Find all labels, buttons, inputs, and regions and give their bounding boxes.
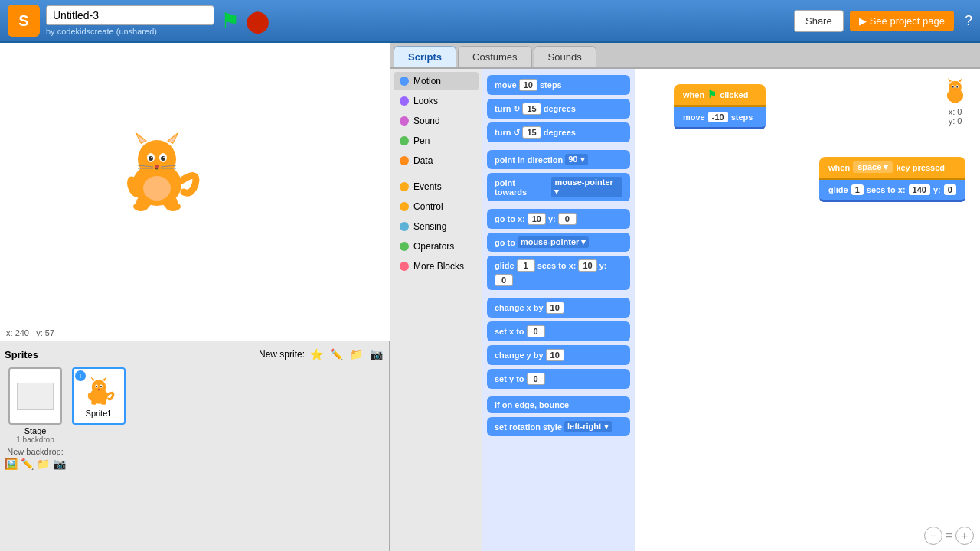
block-glide[interactable]: glide 1 secs to x: 10 y: 0 <box>487 256 630 290</box>
upload-sprite-button[interactable]: 📁 <box>348 346 364 363</box>
mini-cat-coords: x: 0 y: 0 <box>949 107 962 126</box>
svg-point-41 <box>952 86 954 88</box>
stage-canvas[interactable]: x: 240 y: 57 <box>0 43 390 341</box>
svg-point-1 <box>138 140 176 178</box>
space-key-dropdown[interactable]: space ▾ <box>853 161 893 173</box>
svg-marker-25 <box>90 377 95 381</box>
project-title-input[interactable] <box>46 5 214 25</box>
block-set-y[interactable]: set y to 0 <box>487 369 630 389</box>
sprites-header: Sprites New sprite: ⭐ ✏️ 📁 📷 <box>5 346 384 363</box>
block-change-x[interactable]: change x by 10 <box>487 298 630 318</box>
block-point-direction[interactable]: point in direction 90 ▾ <box>487 150 630 169</box>
tabs-bar: Scripts Costumes Sounds <box>390 43 980 69</box>
edit-backdrop-button[interactable]: ✏️ <box>21 458 34 470</box>
blocks-palette: move 10 steps turn ↻ 15 degrees turn ↺ 1… <box>482 69 635 551</box>
script-group-2: when space ▾ key pressed glide 1 secs to… <box>819 157 965 202</box>
block-turn-ccw[interactable]: turn ↺ 15 degrees <box>487 122 630 142</box>
new-sprite-area: New sprite: ⭐ ✏️ 📁 📷 <box>259 346 384 363</box>
svg-point-30 <box>100 385 102 386</box>
zoom-in-button[interactable]: + <box>956 527 974 545</box>
main-layout: x: 240 y: 57 Sprites New sprite: ⭐ ✏️ 📁 … <box>0 43 980 551</box>
block-change-y[interactable]: change y by 10 <box>487 345 630 365</box>
camera-backdrop-button[interactable]: 📷 <box>53 458 66 470</box>
move-block-canvas[interactable]: move -10 steps <box>674 107 766 129</box>
zoom-out-button[interactable]: − <box>924 527 942 545</box>
svg-point-9 <box>161 156 165 161</box>
logo-area: S <box>8 5 40 37</box>
sprite-info-badge[interactable]: i <box>75 370 86 381</box>
control-dot <box>400 202 409 211</box>
share-button[interactable]: Share <box>794 10 844 32</box>
category-sound[interactable]: Sounds Sound <box>394 112 479 130</box>
svg-marker-37 <box>948 78 952 82</box>
category-looks[interactable]: Looks <box>394 92 479 110</box>
svg-point-19 <box>133 202 149 211</box>
new-backdrop-label: New backdrop: <box>7 447 63 456</box>
svg-point-8 <box>149 156 153 161</box>
cat-sprite[interactable] <box>107 127 207 221</box>
edit-sprite-button[interactable]: ✏️ <box>328 346 345 363</box>
categories-panel: Motion Looks Sounds Sound Pen Data <box>390 69 482 551</box>
camera-sprite-button[interactable]: 📷 <box>368 346 384 363</box>
tab-costumes[interactable]: Costumes <box>458 46 532 67</box>
topbar: S by codekidscreate (unshared) ⚑ ⬤ Share… <box>0 0 980 43</box>
backdrop-count: 1 backdrop <box>16 435 54 444</box>
block-set-x[interactable]: set x to 0 <box>487 321 630 341</box>
stop-button[interactable]: ⬤ <box>246 8 270 34</box>
svg-point-24 <box>92 380 106 393</box>
zoom-controls: − = + <box>924 527 974 545</box>
svg-marker-38 <box>959 78 962 82</box>
svg-point-29 <box>96 385 97 386</box>
category-sensing[interactable]: Sensing <box>394 217 479 236</box>
block-goto-mouse[interactable]: go to mouse-pointer ▾ <box>487 233 630 252</box>
category-control[interactable]: Control <box>394 197 479 216</box>
zoom-divider: = <box>946 529 952 543</box>
sound-dot <box>400 116 409 126</box>
see-project-icon: ▶ <box>859 15 867 27</box>
svg-point-22 <box>143 176 171 201</box>
glide-block-canvas[interactable]: glide 1 secs to x: 140 y: 0 <box>819 180 965 202</box>
events-dot <box>400 182 409 191</box>
block-move[interactable]: move 10 steps <box>487 75 630 95</box>
svg-point-11 <box>163 157 165 158</box>
stage-coordinates: x: 240 y: 57 <box>6 328 54 337</box>
looks-dot <box>400 96 409 106</box>
operators-dot <box>400 242 409 251</box>
category-events[interactable]: Events <box>394 178 479 196</box>
block-point-towards[interactable]: point towards mouse-pointer ▾ <box>487 173 630 201</box>
help-icon[interactable]: ? <box>965 13 972 29</box>
scratch-logo: S <box>8 5 40 37</box>
paint-backdrop-button[interactable]: 🖼️ <box>5 458 18 470</box>
when-flag-clicked-block[interactable]: when ⚑ clicked <box>674 84 766 107</box>
svg-marker-26 <box>103 377 107 381</box>
stage-area: x: 240 y: 57 Sprites New sprite: ⭐ ✏️ 📁 … <box>0 43 390 551</box>
tab-scripts[interactable]: Scripts <box>394 46 456 67</box>
mini-cat-display: x: 0 y: 0 <box>938 77 972 126</box>
category-motion[interactable]: Motion <box>394 72 479 90</box>
see-project-button[interactable]: ▶ See project page <box>850 11 954 31</box>
more-blocks-dot <box>400 262 409 271</box>
green-flag-button[interactable]: ⚑ <box>220 8 240 34</box>
block-goto-xy[interactable]: go to x: 10 y: 0 <box>487 209 630 229</box>
category-operators[interactable]: Operators <box>394 237 479 256</box>
svg-point-33 <box>101 400 106 405</box>
title-area: by codekidscreate (unshared) <box>46 5 214 36</box>
category-more-blocks[interactable]: More Blocks <box>394 257 479 276</box>
upload-backdrop-button[interactable]: 📁 <box>37 458 50 470</box>
stage-thumbnail[interactable] <box>8 367 62 425</box>
block-turn-cw[interactable]: turn ↻ 15 degrees <box>487 99 630 119</box>
tab-sounds[interactable]: Sounds <box>534 46 596 67</box>
paint-sprite-button[interactable]: ⭐ <box>308 346 325 363</box>
block-if-on-edge[interactable]: if on edge, bounce <box>487 396 630 413</box>
when-space-pressed-block[interactable]: when space ▾ key pressed <box>819 157 965 180</box>
block-rotation-style[interactable]: set rotation style left-right ▾ <box>487 417 630 436</box>
new-sprite-label: New sprite: <box>259 349 305 360</box>
sprite1-thumbnail[interactable]: i <box>72 367 126 425</box>
scripting-area[interactable]: when ⚑ clicked move -10 steps when space… <box>635 69 980 551</box>
svg-point-31 <box>98 388 100 389</box>
sprite1-label: Sprite1 <box>86 409 113 418</box>
category-data[interactable]: Data <box>394 152 479 170</box>
category-pen[interactable]: Pen <box>394 132 479 150</box>
svg-point-10 <box>151 157 152 158</box>
sprites-panel: Sprites New sprite: ⭐ ✏️ 📁 📷 Stage 1 bac… <box>0 341 389 551</box>
